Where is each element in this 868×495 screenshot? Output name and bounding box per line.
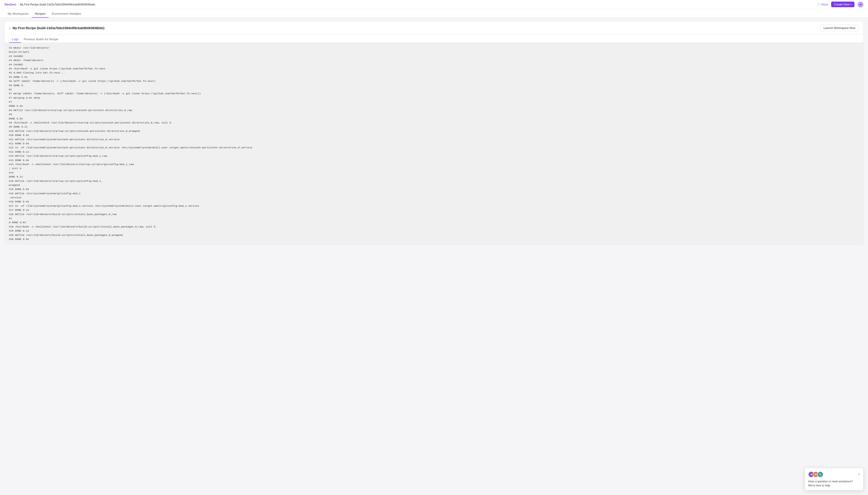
recipe-title-group: ‹ My First Recipe (build-13d3a7b0e2384e5… xyxy=(9,26,104,30)
chat-avatars: A B C xyxy=(808,471,823,478)
create-new-button[interactable]: Create New ▾ xyxy=(831,2,854,7)
recipe-card: ‹ My First Recipe (build-13d3a7b0e2384e5… xyxy=(4,21,864,245)
docs-label: Docs xyxy=(821,3,828,6)
chat-close-button[interactable]: × xyxy=(858,473,860,476)
subnav-tab-env-vars[interactable]: Environment Variables xyxy=(49,10,84,18)
tab-logs[interactable]: Logs xyxy=(9,36,21,43)
chevron-down-icon: ▾ xyxy=(851,3,852,6)
topnav: DevZero / My First Recipe (build-13d3a7b… xyxy=(0,0,868,9)
chat-avatar-3: C xyxy=(817,471,823,478)
avatar[interactable]: H xyxy=(857,2,864,7)
back-arrow-icon[interactable]: ‹ xyxy=(9,26,11,30)
create-new-label: Create New xyxy=(834,3,849,6)
subnav-tab-workspaces[interactable]: My Workspaces xyxy=(4,10,32,18)
chat-widget-header: A B C × xyxy=(808,471,860,478)
breadcrumb-build-id: My First Recipe (build-13d3a7b0e2384e5f8… xyxy=(20,3,95,6)
chat-widget: A B C × Have a question or need assistan… xyxy=(805,468,864,491)
chat-message: Have a question or need assistance? We'r… xyxy=(808,479,860,488)
launch-workspace-button[interactable]: Launch Workspace Now xyxy=(820,25,859,31)
inner-tabs: Logs Previous Builds for Recipe xyxy=(5,35,863,43)
subnav-tab-recipes[interactable]: Recipes xyxy=(32,10,49,18)
topnav-right: 📄 Docs Create New ▾ H xyxy=(817,2,864,7)
brand-label[interactable]: DevZero xyxy=(4,3,16,6)
breadcrumb-separator: / xyxy=(18,3,19,6)
recipe-card-header: ‹ My First Recipe (build-13d3a7b0e2384e5… xyxy=(5,21,863,35)
docs-link[interactable]: 📄 Docs xyxy=(817,3,828,6)
breadcrumb: DevZero / My First Recipe (build-13d3a7b… xyxy=(4,3,95,6)
docs-icon: 📄 xyxy=(817,3,820,6)
subnav: My Workspaces Recipes Environment Variab… xyxy=(0,9,868,18)
recipe-title: My First Recipe (build-13d3a7b0e2384e5f8… xyxy=(13,26,104,30)
tab-previous-builds[interactable]: Previous Builds for Recipe xyxy=(21,36,61,43)
logs-area[interactable]: #3 mkdir /usr/lib/devzero/ build-scripts… xyxy=(5,43,863,244)
main-content: ‹ My First Recipe (build-13d3a7b0e2384e5… xyxy=(0,18,868,248)
